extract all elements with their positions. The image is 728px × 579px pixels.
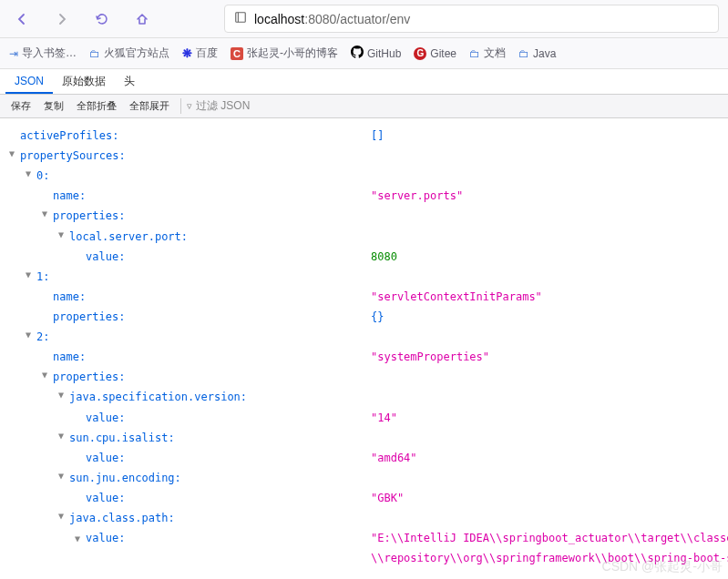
import-icon: ⇥: [9, 47, 18, 60]
value-continuation: \\repository\\org\\springframework\\boot…: [371, 548, 728, 568]
key-propertySources[interactable]: propertySources: [20, 146, 126, 166]
gitee-icon: G: [414, 47, 426, 60]
toggle-icon[interactable]: ▼: [58, 428, 69, 448]
toggle-icon[interactable]: ▼: [58, 387, 69, 407]
folder-icon: 🗀: [518, 47, 529, 60]
value: []: [371, 126, 384, 146]
key-sun-jnu-encoding[interactable]: sun.jnu.encoding: [69, 468, 181, 488]
toggle-icon[interactable]: ▼: [26, 267, 36, 287]
toggle-icon[interactable]: ▼: [42, 367, 53, 387]
key-properties[interactable]: properties: [53, 310, 125, 323]
bookmark-java[interactable]: 🗀Java: [518, 47, 556, 60]
key-activeProfiles[interactable]: activeProfiles: [20, 129, 118, 142]
key-local-server-port[interactable]: local.server.port: [69, 227, 188, 247]
filter-input[interactable]: ▿过滤 JSON: [180, 98, 255, 114]
copy-button[interactable]: 复制: [38, 96, 69, 116]
bookmark-baidu[interactable]: ❋百度: [182, 46, 218, 61]
baidu-icon: ❋: [182, 46, 192, 60]
filter-icon: ▿: [187, 100, 192, 112]
url-text: localhost:8080/actuator/env: [254, 12, 410, 26]
key-properties[interactable]: properties: [53, 206, 125, 226]
key-value[interactable]: value: [86, 452, 125, 464]
value: "server.ports": [371, 186, 463, 206]
save-button[interactable]: 保存: [5, 96, 36, 116]
browser-toolbar: localhost:8080/actuator/env: [0, 0, 728, 38]
tab-raw[interactable]: 原始数据: [53, 69, 115, 94]
json-toolbar: 保存 复制 全部折叠 全部展开 ▿过滤 JSON: [0, 95, 728, 118]
csdn-icon: C: [231, 47, 243, 60]
toggle-icon[interactable]: ▼: [58, 508, 69, 528]
key-properties[interactable]: properties: [53, 367, 125, 387]
value: {}: [371, 307, 384, 327]
key-java-class-path[interactable]: java.class.path: [69, 508, 175, 528]
page-info-icon[interactable]: [234, 11, 247, 26]
github-icon: [351, 46, 364, 61]
value: "E:\\IntelliJ IDEA\\springboot_actuator\…: [371, 528, 728, 548]
key-value[interactable]: value: [86, 411, 125, 424]
value: 8080: [371, 247, 397, 267]
toggle-icon[interactable]: ▼: [75, 531, 86, 548]
toggle-icon[interactable]: ▼: [58, 468, 69, 488]
json-tree: activeProfiles[] ▼propertySources ▼0 nam…: [0, 118, 728, 575]
value: "servletContextInitParams": [371, 287, 542, 307]
key-index-0[interactable]: 0: [36, 166, 49, 186]
toggle-icon[interactable]: ▼: [58, 227, 69, 247]
toggle-icon[interactable]: ▼: [26, 327, 36, 347]
bookmark-csdn[interactable]: C张起灵-小哥的博客: [231, 46, 338, 61]
bookmarks-bar: ⇥导入书签… 🗀火狐官方站点 ❋百度 C张起灵-小哥的博客 GitHub GGi…: [0, 38, 728, 69]
key-name[interactable]: name: [53, 290, 86, 303]
reload-button[interactable]: [89, 6, 115, 32]
toggle-icon[interactable]: ▼: [42, 206, 53, 226]
tab-json[interactable]: JSON: [5, 70, 53, 94]
svg-rect-0: [236, 13, 246, 23]
key-value[interactable]: value: [86, 492, 125, 504]
key-index-1[interactable]: 1: [36, 267, 49, 287]
bookmark-docs[interactable]: 🗀文档: [469, 46, 506, 61]
expand-all-button[interactable]: 全部展开: [124, 96, 175, 116]
back-button[interactable]: [9, 6, 35, 32]
home-button[interactable]: [129, 6, 155, 32]
value: "systemProperties": [371, 347, 489, 367]
collapse-all-button[interactable]: 全部折叠: [71, 96, 122, 116]
tab-headers[interactable]: 头: [115, 69, 144, 94]
bookmark-import[interactable]: ⇥导入书签…: [9, 46, 77, 61]
value: "14": [371, 408, 397, 428]
value: "amd64": [371, 448, 417, 468]
key-name[interactable]: name: [53, 350, 86, 363]
bookmark-firefox[interactable]: 🗀火狐官方站点: [89, 46, 169, 61]
key-index-2[interactable]: 2: [36, 327, 49, 347]
bookmark-gitee[interactable]: GGitee: [414, 47, 456, 60]
folder-icon: 🗀: [89, 47, 100, 60]
key-value[interactable]: value: [86, 250, 125, 263]
key-name[interactable]: name: [53, 189, 86, 202]
forward-button[interactable]: [49, 6, 75, 32]
key-java-spec-version[interactable]: java.specification.version: [69, 387, 247, 407]
toggle-icon[interactable]: ▼: [9, 146, 20, 166]
key-value[interactable]: value: [86, 532, 125, 544]
toggle-icon[interactable]: ▼: [26, 166, 36, 186]
value: "GBK": [371, 488, 404, 508]
url-bar[interactable]: localhost:8080/actuator/env: [224, 5, 719, 33]
folder-icon: 🗀: [469, 47, 480, 60]
bookmark-github[interactable]: GitHub: [351, 46, 401, 61]
key-sun-cpu-isalist[interactable]: sun.cpu.isalist: [69, 428, 175, 448]
json-viewer-tabs: JSON 原始数据 头: [0, 69, 728, 95]
